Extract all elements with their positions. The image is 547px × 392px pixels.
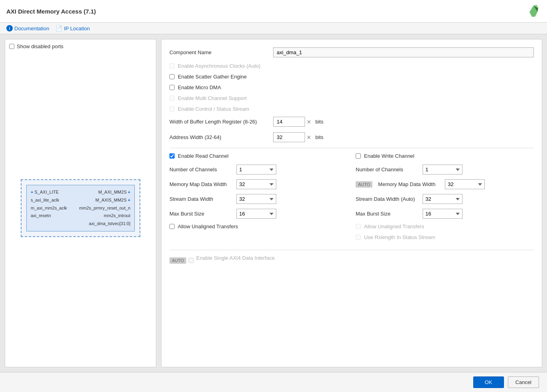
port-left-2: s_axi_lite_aclk <box>31 198 59 202</box>
address-width-label: Address Width (32-64) <box>169 134 273 140</box>
read-channel-section: Enable Read Channel Number of Channels 1… <box>169 153 348 245</box>
write-unaligned-label: Allow Unaligned Transfers <box>364 223 424 229</box>
write-stream-width-label: Stream Data Width (Auto) <box>356 196 419 202</box>
read-unaligned-label: Allow Unaligned Transfers <box>178 223 238 229</box>
buffer-width-row: Width of Buffer Length Register (8-26) ✕… <box>169 117 534 127</box>
enable-micro-row: Enable Micro DMA <box>169 84 534 90</box>
write-channels-count-row: Number of Channels 1 2 4 8 <box>356 165 534 174</box>
two-col-section: Enable Read Channel Number of Channels 1… <box>169 153 534 245</box>
enable-control-row: Enable Control / Status Stream <box>169 106 534 112</box>
enable-micro-label: Enable Micro DMA <box>178 84 221 90</box>
write-burst-select[interactable]: 2 4 8 16 32 <box>423 209 462 219</box>
component-name-input[interactable] <box>273 47 534 57</box>
buffer-width-clear-btn[interactable]: ✕ <box>305 119 313 125</box>
address-width-row: Address Width (32-64) ✕ bits <box>169 132 534 142</box>
write-burst-row: Max Burst Size 2 4 8 16 32 <box>356 209 534 219</box>
write-stream-width-select[interactable]: 32 64 128 256 <box>423 194 462 204</box>
port-right-5: axi_dma_tstvec[31:0] <box>89 221 130 226</box>
buffer-width-unit: bits <box>315 119 323 125</box>
read-channel-header: Enable Read Channel <box>169 153 348 159</box>
enable-scatter-row: Enable Scatter Gather Engine <box>169 74 534 80</box>
enable-async-checkbox <box>169 63 175 69</box>
enable-scatter-checkbox[interactable] <box>169 74 175 79</box>
info-icon: i <box>6 25 13 31</box>
ip-location-link[interactable]: 📄 IP Location <box>55 25 90 31</box>
read-burst-row: Max Burst Size 2 4 8 16 32 <box>169 209 348 219</box>
address-width-clear-btn[interactable]: ✕ <box>305 134 313 141</box>
divider-1 <box>169 148 534 148</box>
enable-control-label: Enable Control / Status Stream <box>178 106 249 112</box>
write-unaligned-row: Allow Unaligned Transfers <box>356 223 534 229</box>
component-name-label: Component Name <box>169 49 273 55</box>
nav-bar: i Documentation 📄 IP Location <box>0 23 547 34</box>
single-axi4-label: Enable Single AXI4 Data Interface <box>196 255 275 261</box>
show-disabled-checkbox[interactable] <box>9 44 14 49</box>
write-rxlength-row: Use Rxlength In Status Stream <box>356 234 534 240</box>
read-stream-width-label: Stream Data Width <box>169 196 233 202</box>
read-mem-width-label: Memory Map Data Width <box>169 181 233 187</box>
file-icon: 📄 <box>55 25 62 31</box>
enable-control-checkbox <box>169 106 175 112</box>
show-disabled-label: Show disabled ports <box>17 43 63 49</box>
write-stream-width-row: Stream Data Width (Auto) 32 64 128 256 <box>356 194 534 204</box>
buffer-width-label: Width of Buffer Length Register (8-26) <box>169 119 273 125</box>
address-width-input[interactable] <box>273 132 305 142</box>
content-area: Show disabled ports + S_AXI_LITE s_axi_l… <box>0 34 547 372</box>
read-channels-count-row: Number of Channels 1 2 4 8 16 <box>169 165 348 174</box>
single-axi4-row: AUTO Enable Single AXI4 Data Interface <box>169 255 534 266</box>
read-unaligned-row: Allow Unaligned Transfers <box>169 223 348 229</box>
title-bar: AXI Direct Memory Access (7.1) <box>0 0 547 23</box>
read-unaligned-checkbox[interactable] <box>169 224 175 229</box>
write-rxlength-label: Use Rxlength In Status Stream <box>364 234 435 240</box>
show-disabled-row: Show disabled ports <box>9 43 152 49</box>
write-channels-count-label: Number of Channels <box>356 167 419 172</box>
enable-multi-label: Enable Multi Channel Support <box>178 95 247 101</box>
diagram-area: + S_AXI_LITE s_axi_lite_aclk m_axi_mm2s_… <box>9 53 152 363</box>
right-panel: Component Name Enable Asynchronous Clock… <box>161 39 542 367</box>
component-name-row: Component Name <box>169 47 534 57</box>
read-channels-count-select[interactable]: 1 2 4 8 16 <box>236 165 276 174</box>
enable-write-label: Enable Write Channel <box>364 153 414 159</box>
block-inner: + S_AXI_LITE s_axi_lite_aclk m_axi_mm2s_… <box>26 185 135 231</box>
enable-multi-row: Enable Multi Channel Support <box>169 95 534 101</box>
port-right-4: mm2s_introut <box>104 213 130 218</box>
block-row-1: + S_AXI_LITE s_axi_lite_aclk m_axi_mm2s_… <box>31 188 130 228</box>
main-container: AXI Direct Memory Access (7.1) i Documen… <box>0 0 547 392</box>
left-panel: Show disabled ports + S_AXI_LITE s_axi_l… <box>5 39 156 367</box>
port-left-1: S_AXI_LITE <box>35 190 59 194</box>
xilinx-logo <box>526 4 541 18</box>
ok-button[interactable]: OK <box>473 376 504 388</box>
enable-async-row: Enable Asynchronous Clocks (Auto) <box>169 63 534 69</box>
write-rxlength-checkbox <box>356 235 361 240</box>
ip-location-label: IP Location <box>64 25 90 31</box>
write-mem-width-label: Memory Map Data Width <box>378 181 442 187</box>
read-stream-width-select[interactable]: 32 64 128 256 <box>236 194 276 204</box>
documentation-link[interactable]: i Documentation <box>6 25 49 31</box>
enable-multi-checkbox <box>169 96 175 101</box>
single-axi4-auto-badge: AUTO <box>169 257 186 264</box>
block-diagram: + S_AXI_LITE s_axi_lite_aclk m_axi_mm2s_… <box>21 179 140 237</box>
write-mem-width-select[interactable]: 32 64 128 256 <box>445 179 485 189</box>
single-axi4-checkbox <box>189 258 194 263</box>
cancel-button[interactable]: Cancel <box>508 376 539 388</box>
port-left-4: axi_resetn <box>31 213 51 218</box>
port-right-1: M_AXI_MM2S <box>98 190 127 194</box>
write-burst-label: Max Burst Size <box>356 211 419 217</box>
enable-write-checkbox[interactable] <box>356 153 361 159</box>
enable-read-checkbox[interactable] <box>169 153 175 159</box>
enable-read-label: Enable Read Channel <box>178 153 228 159</box>
read-mem-width-row: Memory Map Data Width 32 64 128 256 <box>169 179 348 189</box>
write-mem-width-row: AUTO Memory Map Data Width 32 64 128 256 <box>356 179 534 189</box>
buffer-width-input[interactable] <box>273 117 305 127</box>
read-stream-width-row: Stream Data Width 32 64 128 256 <box>169 194 348 204</box>
read-mem-width-select[interactable]: 32 64 128 256 <box>236 179 276 189</box>
bottom-bar: OK Cancel <box>0 372 547 392</box>
write-channel-header: Enable Write Channel <box>356 153 534 159</box>
enable-scatter-label: Enable Scatter Gather Engine <box>178 74 247 80</box>
read-channels-count-label: Number of Channels <box>169 167 233 172</box>
read-burst-select[interactable]: 2 4 8 16 32 <box>236 209 276 219</box>
window-title: AXI Direct Memory Access (7.1) <box>6 8 96 15</box>
address-width-unit: bits <box>315 134 323 140</box>
enable-micro-checkbox[interactable] <box>169 85 175 90</box>
write-channels-count-select[interactable]: 1 2 4 8 <box>423 165 462 174</box>
